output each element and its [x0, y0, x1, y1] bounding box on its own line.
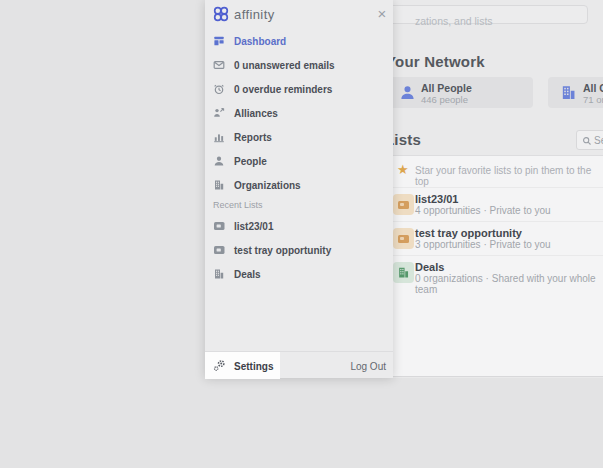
- drawer-header: affinity ×: [205, 0, 393, 29]
- building-icon: [213, 179, 225, 191]
- dashboard-icon: [213, 35, 225, 47]
- menu-item-overdue-reminders[interactable]: 0 overdue reminders: [205, 77, 393, 101]
- building-icon: [560, 84, 577, 101]
- list-row-subtitle: 3 opportunities · Private to you: [415, 239, 551, 250]
- drawer-footer: Settings Log Out: [205, 351, 393, 378]
- menu-item-reports[interactable]: Reports: [205, 125, 393, 149]
- global-search-placeholder: zations, and lists: [415, 15, 493, 27]
- list-row-subtitle: 4 opportunities · Private to you: [415, 205, 551, 216]
- list-row-title: list23/01: [415, 193, 458, 205]
- recent-list-item-list23-01[interactable]: list23/01: [205, 214, 393, 238]
- app-screen: zations, and lists Your Network All Peop…: [0, 0, 603, 468]
- menu-item-unanswered-emails[interactable]: 0 unanswered emails: [205, 53, 393, 77]
- logout-button[interactable]: Log Out: [350, 361, 386, 372]
- card-title: All People: [421, 82, 472, 94]
- reports-icon: [213, 131, 225, 143]
- all-organizations-card[interactable]: All Organizations 71 organizations: [548, 77, 603, 108]
- pin-hint-text: Star your favorite lists to pin them to …: [415, 165, 603, 187]
- opportunity-list-icon: [393, 194, 414, 215]
- affinity-logo-text: affinity: [234, 7, 275, 22]
- navigation-drawer: affinity × Dashboard 0 unanswered emails: [205, 0, 393, 378]
- settings-gear-icon: [213, 359, 226, 372]
- building-icon: [213, 268, 225, 280]
- organization-list-icon: [393, 262, 414, 283]
- list-row-title: test tray opportunity: [415, 227, 522, 239]
- list-row-subtitle: 0 organizations · Shared with your whole…: [415, 273, 603, 295]
- opportunity-list-icon: [393, 228, 414, 249]
- list-icon: [213, 220, 225, 232]
- settings-label: Settings: [234, 361, 273, 372]
- card-subtitle: 71 organizations: [583, 94, 603, 105]
- card-title: All Organizations: [583, 82, 603, 94]
- menu-item-organizations[interactable]: Organizations: [205, 173, 393, 197]
- lists-search-input[interactable]: Search: [576, 130, 603, 150]
- menu-item-dashboard[interactable]: Dashboard: [205, 29, 393, 53]
- list-row-title: Deals: [415, 261, 444, 273]
- reminder-icon: [213, 83, 225, 95]
- close-icon[interactable]: ×: [374, 6, 390, 22]
- menu-item-people[interactable]: People: [205, 149, 393, 173]
- star-icon: ★: [397, 162, 409, 177]
- building-icon: [397, 266, 410, 279]
- alliances-icon: [213, 107, 225, 119]
- search-icon: [582, 136, 592, 146]
- card-subtitle: 446 people: [421, 94, 468, 105]
- person-icon: [399, 84, 416, 101]
- menu-item-alliances[interactable]: Alliances: [205, 101, 393, 125]
- person-icon: [213, 155, 225, 167]
- your-network-heading: Your Network: [386, 53, 485, 70]
- affinity-logo-icon: [213, 6, 229, 22]
- list-icon: [213, 244, 225, 256]
- lists-search-placeholder: Search: [594, 135, 603, 146]
- recent-lists-header: Recent Lists: [213, 200, 263, 210]
- email-icon: [213, 59, 225, 71]
- recent-list-item-test-tray[interactable]: test tray opportunity: [205, 238, 393, 262]
- settings-button[interactable]: Settings: [205, 352, 280, 379]
- recent-list-item-deals[interactable]: Deals: [205, 262, 393, 286]
